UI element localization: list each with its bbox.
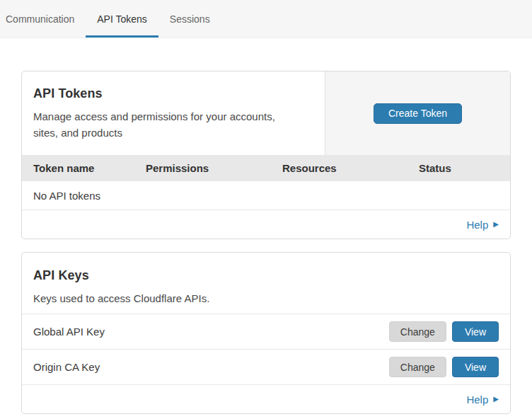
api-tokens-card-footer: Help ▶ [22, 210, 510, 239]
tab-api-tokens[interactable]: API Tokens [86, 0, 158, 38]
api-tokens-subtitle: Manage access and permissions for your a… [33, 108, 295, 141]
help-link-label: Help [466, 219, 488, 231]
help-arrow-icon: ▶ [493, 221, 499, 228]
api-tokens-card-action-panel: Create Token [325, 71, 510, 155]
column-header-status: Status [407, 162, 510, 174]
api-keys-title: API Keys [33, 268, 499, 283]
api-key-row-global: Global API Key Change View [22, 314, 510, 350]
view-origin-ca-key-button[interactable]: View [452, 357, 499, 377]
create-token-button[interactable]: Create Token [374, 103, 462, 124]
token-table-empty-row: No API tokens [22, 181, 510, 210]
api-tokens-title: API Tokens [33, 86, 313, 101]
column-header-resources: Resources [271, 162, 407, 174]
help-arrow-icon: ▶ [493, 396, 499, 403]
tab-sessions[interactable]: Sessions [158, 0, 221, 38]
api-tokens-card-header: API Tokens Manage access and permissions… [22, 71, 510, 155]
api-key-row-origin-ca: Origin CA Key Change View [22, 350, 510, 385]
tab-bar: Communication API Tokens Sessions [0, 0, 532, 38]
help-link-label: Help [466, 394, 488, 406]
change-origin-ca-key-button[interactable]: Change [389, 357, 446, 377]
api-keys-help-link[interactable]: Help ▶ [466, 394, 499, 406]
api-tokens-card: API Tokens Manage access and permissions… [21, 71, 511, 239]
api-tokens-card-header-text: API Tokens Manage access and permissions… [22, 71, 325, 155]
column-header-token-name: Token name [22, 162, 134, 174]
api-keys-subtitle: Keys used to access Cloudflare APIs. [33, 290, 295, 306]
change-global-api-key-button[interactable]: Change [389, 321, 446, 342]
tab-communication[interactable]: Communication [0, 0, 86, 38]
api-keys-card-header: API Keys Keys used to access Cloudflare … [22, 253, 510, 314]
api-tokens-help-link[interactable]: Help ▶ [466, 219, 499, 231]
api-key-name: Global API Key [33, 326, 389, 338]
token-table-header-row: Token name Permissions Resources Status [22, 155, 510, 181]
view-global-api-key-button[interactable]: View [452, 321, 499, 342]
api-key-name: Origin CA Key [33, 361, 389, 373]
api-keys-card-footer: Help ▶ [22, 385, 510, 413]
api-keys-card: API Keys Keys used to access Cloudflare … [21, 252, 511, 414]
column-header-permissions: Permissions [134, 162, 271, 174]
main-content: API Tokens Manage access and permissions… [21, 71, 511, 414]
